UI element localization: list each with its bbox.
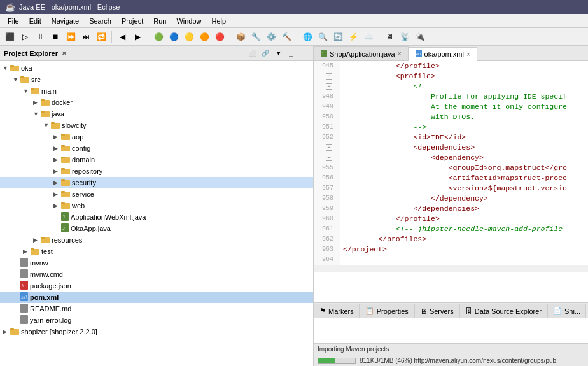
tree-item-service[interactable]: ▶service xyxy=(0,188,313,200)
view-menu-button[interactable]: ▾ xyxy=(272,48,284,59)
editor-tab-ShopApplicationjava[interactable]: JShopApplication.java× xyxy=(314,46,409,60)
tree-item-src[interactable]: ▼src xyxy=(0,74,313,85)
tree-arrow[interactable]: ▶ xyxy=(23,248,31,255)
code-line[interactable]: with DTOs. xyxy=(343,112,588,122)
toolbar-btn-3[interactable]: ⏹ xyxy=(48,30,62,44)
code-line[interactable] xyxy=(343,255,588,265)
code-line[interactable]: </dependency> xyxy=(343,194,588,204)
tree-item-docker[interactable]: ▶docker xyxy=(0,97,313,108)
tree-arrow[interactable]: ▼ xyxy=(3,65,10,71)
toolbar-btn-0[interactable]: ⬛ xyxy=(3,30,17,44)
tree-arrow[interactable]: ▼ xyxy=(23,88,31,94)
minimize-button[interactable]: _ xyxy=(285,48,297,59)
code-line[interactable]: </profiles> xyxy=(343,234,588,244)
tree-item-aop[interactable]: ▶aop xyxy=(0,131,313,143)
tree-arrow[interactable]: ▶ xyxy=(33,237,41,243)
toolbar-btn-5[interactable]: ⏭ xyxy=(79,30,93,44)
tree-arrow[interactable]: ▼ xyxy=(43,122,51,129)
toolbar-btn-2[interactable]: ⏸ xyxy=(33,30,47,44)
tree-item-security[interactable]: ▶security xyxy=(0,177,313,188)
code-line[interactable]: --> xyxy=(343,122,588,132)
toolbar-btn-14[interactable]: 🟠 xyxy=(197,30,211,44)
tree-item-slowcity[interactable]: ▼slowcity xyxy=(0,120,313,131)
toolbar-btn-25[interactable]: ⚡ xyxy=(346,30,360,44)
menu-item-edit[interactable]: Edit xyxy=(24,16,46,26)
fold-indicator[interactable]: − xyxy=(326,73,332,80)
code-line[interactable]: </profile> xyxy=(343,61,588,71)
toolbar-btn-28[interactable]: 🖥 xyxy=(382,30,396,44)
toolbar-btn-8[interactable]: ◀ xyxy=(115,30,129,44)
bottom-tab-Data-Source-Explorer[interactable]: 🗄 Data Source Explorer xyxy=(459,304,547,318)
menu-item-run[interactable]: Run xyxy=(148,16,171,26)
toolbar-btn-11[interactable]: 🟢 xyxy=(151,30,165,44)
tree-arrow[interactable]: ▶ xyxy=(53,179,61,186)
code-line[interactable]: Profile for applying IDE-specif xyxy=(343,92,588,102)
toolbar-btn-1[interactable]: ▷ xyxy=(18,30,32,44)
code-line[interactable]: </project> xyxy=(343,244,588,255)
toolbar-btn-22[interactable]: 🌐 xyxy=(300,30,314,44)
code-line[interactable]: <dependency> xyxy=(343,153,588,163)
collapse-all-button[interactable]: ⬜ xyxy=(247,48,258,59)
tree-arrow[interactable]: ▶ xyxy=(53,157,61,163)
tree-item-shopizer-shopizer-220[interactable]: ▶shopizer [shopizer 2.2.0] xyxy=(0,326,313,337)
tree-arrow[interactable]: ▶ xyxy=(53,202,61,209)
code-line[interactable]: </profile> xyxy=(343,214,588,224)
tree-item-yarn-errorlog[interactable]: yarn-error.log xyxy=(0,314,313,326)
fold-indicator[interactable]: − xyxy=(326,144,332,151)
toolbar-btn-24[interactable]: 🔄 xyxy=(331,30,345,44)
tree-arrow[interactable]: ▼ xyxy=(33,111,41,117)
menu-item-window[interactable]: Window xyxy=(171,16,206,26)
bottom-tab-Properties[interactable]: 📋 Properties xyxy=(360,304,414,318)
tree-item-READMEmd[interactable]: README.md xyxy=(0,303,313,314)
tree-item-resources[interactable]: ▶resources xyxy=(0,234,313,246)
horizontal-scrollbar[interactable] xyxy=(314,265,588,272)
tree-item-java[interactable]: ▼java xyxy=(0,108,313,120)
toolbar-btn-9[interactable]: ▶ xyxy=(130,30,144,44)
maximize-button[interactable]: □ xyxy=(298,48,309,59)
code-line[interactable]: <!-- jhipster-needle-maven-add-profile xyxy=(343,224,588,234)
menu-item-search[interactable]: Search xyxy=(84,16,116,26)
tree-arrow[interactable]: ▶ xyxy=(53,145,61,151)
toolbar-btn-13[interactable]: 🟡 xyxy=(182,30,196,44)
tree-item-OkaAppjava[interactable]: JOkaApp.java xyxy=(0,223,313,234)
bottom-tab-Sni[interactable]: 📄 Sni... xyxy=(547,304,586,318)
tree-item-test[interactable]: ▶test xyxy=(0,246,313,257)
tab-close-button[interactable]: × xyxy=(466,51,470,58)
toolbar-btn-15[interactable]: 🔴 xyxy=(213,30,227,44)
menu-item-project[interactable]: Project xyxy=(116,16,148,26)
tree-item-mvnw[interactable]: mvnw xyxy=(0,257,313,269)
code-line[interactable]: </dependencies> xyxy=(343,204,588,214)
tree-item-mvnwcmd[interactable]: mvnw.cmd xyxy=(0,269,313,280)
code-line[interactable]: <!-- xyxy=(343,81,588,92)
tree-item-config[interactable]: ▶config xyxy=(0,143,313,154)
tree-arrow[interactable]: ▼ xyxy=(13,76,20,83)
toolbar-btn-6[interactable]: 🔁 xyxy=(94,30,108,44)
code-lines[interactable]: </profile> <profile> <!-- Profile for ap… xyxy=(340,61,588,265)
bottom-tab-Servers[interactable]: 🖥 Servers xyxy=(414,304,459,318)
tree-arrow[interactable]: ▶ xyxy=(53,134,61,140)
toolbar-btn-30[interactable]: 🔌 xyxy=(413,30,427,44)
tree-arrow[interactable]: ▶ xyxy=(3,328,10,335)
toolbar-btn-12[interactable]: 🔵 xyxy=(167,30,181,44)
toolbar-btn-20[interactable]: 🔨 xyxy=(279,30,293,44)
tree-arrow[interactable]: ▶ xyxy=(53,191,61,197)
tree-item-main[interactable]: ▼main xyxy=(0,85,313,97)
code-line[interactable]: <id>IDE</id> xyxy=(343,132,588,143)
bottom-tab-Markers[interactable]: ⚑ Markers xyxy=(314,304,360,318)
tab-close-button[interactable]: × xyxy=(398,50,402,57)
tree-item-pomxml[interactable]: xmlpom.xml xyxy=(0,292,313,303)
tree-item-web[interactable]: ▶web xyxy=(0,200,313,211)
tree-item-ApplicationWebXmljava[interactable]: JApplicationWebXml.java xyxy=(0,211,313,223)
toolbar-btn-23[interactable]: 🔍 xyxy=(316,30,330,44)
code-line[interactable]: <dependencies> xyxy=(343,143,588,153)
code-line[interactable]: <groupId>org.mapstruct</gro xyxy=(343,163,588,173)
code-line[interactable]: <version>${mapstruct.versio xyxy=(343,183,588,194)
tree-arrow[interactable]: ▶ xyxy=(33,99,41,106)
toolbar-btn-19[interactable]: ⚙️ xyxy=(264,30,278,44)
tree-arrow[interactable]: ▶ xyxy=(53,168,61,174)
toolbar-btn-26[interactable]: ☁️ xyxy=(361,30,375,44)
toolbar-btn-17[interactable]: 📦 xyxy=(234,30,248,44)
tree-item-packagejson[interactable]: Npackage.json xyxy=(0,280,313,292)
tree-item-repository[interactable]: ▶repository xyxy=(0,165,313,177)
tree-item-oka[interactable]: ▼oka xyxy=(0,62,313,74)
